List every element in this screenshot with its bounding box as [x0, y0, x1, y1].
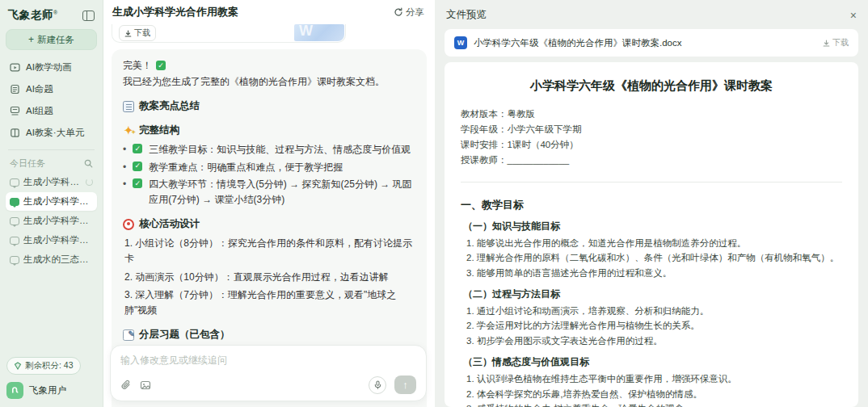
- doc-line: 3. 初步学会用图示或文字表达光合作用的过程。: [461, 334, 842, 348]
- sidebar-item-label: AI命题: [26, 83, 53, 95]
- microphone-icon: [373, 380, 382, 389]
- doc-subheading: （三）情感态度与价值观目标: [461, 355, 842, 369]
- search-icon[interactable]: [84, 159, 93, 168]
- exercise-heading: 分层习题（已包含）: [123, 328, 415, 342]
- download-label: 下载: [134, 27, 150, 39]
- task-label: 生成小学科学光合作用教案: [23, 195, 93, 208]
- layers-icon: [10, 106, 20, 116]
- task-item-active[interactable]: 生成小学科学光合作用教案: [6, 192, 97, 211]
- task-label: 生成水的三态变化教学动画: [23, 254, 93, 266]
- send-arrow-icon: ↑: [402, 379, 408, 391]
- chat-header: 生成小学科学光合作用教案 分享: [103, 0, 435, 24]
- check-icon: ✓: [133, 144, 142, 153]
- task-label: 生成小学科学光合作用…: [23, 176, 82, 188]
- share-button[interactable]: 分享: [394, 6, 424, 19]
- elephant-icon: [10, 385, 20, 396]
- task-item[interactable]: 生成小学科学光合作用…: [6, 173, 97, 191]
- sidebar-item-ai-quiz[interactable]: AI组题: [6, 100, 97, 122]
- sidebar-item-label: AI组题: [26, 105, 53, 117]
- voice-input-button[interactable]: [369, 376, 386, 394]
- download-button[interactable]: 下载: [119, 25, 156, 41]
- gem-icon: [14, 362, 22, 370]
- doc-line: 3. 能够用简单的语言描述光合作用的过程和意义。: [461, 266, 842, 280]
- user-name: 飞象用户: [29, 384, 66, 397]
- doc-line: 2. 理解光合作用的原料（二氧化碳和水）、条件（光和叶绿体）和产物（有机物和氧气…: [461, 250, 842, 265]
- file-name: 小学科学六年级《植物的光合作用》课时教案.docx: [474, 37, 816, 49]
- document-preview[interactable]: 小学科学六年级《植物的光合作用》课时教案 教材版本：粤教版 学段年级：小学六年级…: [445, 62, 858, 407]
- activity-list: 1. 小组讨论（8分钟）：探究光合作用的条件和原料，配有讨论提示卡 2. 动画演…: [123, 236, 415, 317]
- chat-bubble-icon: [10, 217, 19, 225]
- doc-line: 3. 感受植物的生命力,树立尊重生命、珍爱生命的观念。: [461, 401, 842, 407]
- list-item: •✓四大教学环节：情境导入(5分钟) → 探究新知(25分钟) → 巩固应用(7…: [123, 177, 415, 207]
- sidebar-item-ai-question[interactable]: AI命题: [6, 78, 97, 100]
- list-item: 1. 小组讨论（8分钟）：探究光合作用的条件和原料，配有讨论提示卡: [123, 236, 415, 266]
- points-badge[interactable]: 剩余积分: 43: [6, 357, 81, 375]
- send-button[interactable]: ↑: [394, 376, 416, 394]
- task-item[interactable]: 生成小学科学《植物的光…: [6, 212, 97, 230]
- doc-line: 1. 认识到绿色植物在维持生态平衡中的重要作用，增强环保意识。: [461, 371, 842, 386]
- app-logo: 飞象老师®: [8, 8, 58, 23]
- document-thumbnail[interactable]: W: [294, 24, 344, 41]
- file-download-button[interactable]: 下载: [823, 37, 849, 48]
- activity-heading: 核心活动设计: [123, 217, 415, 231]
- sidebar-divider: [8, 149, 95, 150]
- share-icon: [394, 7, 403, 17]
- sidebar-item-ai-lessonplan[interactable]: AI教案·大单元: [6, 122, 97, 144]
- structure-list: •✓三维教学目标：知识与技能、过程与方法、情感态度与价值观 •✓教学重难点：明确…: [123, 142, 415, 207]
- clipboard-icon: [123, 101, 134, 112]
- doc-line: 1. 通过小组讨论和动画演示，培养观察、分析和归纳能力。: [461, 304, 842, 318]
- meta-line: 课时安排：1课时（40分钟）: [461, 137, 842, 153]
- memo-icon: [123, 329, 134, 341]
- doc-section-heading: 一、教学目标: [461, 198, 842, 212]
- attach-file-button[interactable]: [120, 380, 132, 391]
- doc-divider: [461, 182, 842, 183]
- collapse-sidebar-icon[interactable]: [82, 10, 95, 21]
- chat-bubble-icon: [10, 198, 19, 206]
- doc-subheading: （一）知识与技能目标: [461, 220, 842, 233]
- book-icon: [10, 128, 20, 138]
- new-task-label: 新建任务: [37, 34, 74, 46]
- paper-icon: [10, 84, 20, 94]
- insert-image-button[interactable]: [140, 380, 151, 391]
- intro-line: 完美！ ✓ 我已经为您生成了完整的《植物的光合作用》课时教案文档。: [123, 58, 415, 89]
- meta-line: 教材版本：粤教版: [461, 107, 842, 122]
- list-item: •✓三维教学目标：知识与技能、过程与方法、情感态度与价值观: [123, 142, 415, 157]
- points-label: 剩余积分: 43: [25, 360, 74, 371]
- download-icon: [124, 30, 132, 37]
- list-item: 3. 深入理解（7分钟）：理解光合作用的重要意义，观看"地球之肺"视频: [123, 287, 415, 317]
- new-task-button[interactable]: + 新建任务: [6, 29, 97, 50]
- image-icon: [140, 380, 151, 391]
- sidebar-item-label: AI教案·大单元: [26, 127, 84, 139]
- file-bar[interactable]: W 小学科学六年级《植物的光合作用》课时教案.docx 下载: [445, 29, 858, 57]
- target-icon: [123, 219, 134, 230]
- list-item: 2. 动画演示（10分钟）：直观展示光合作用过程，边看边讲解: [123, 270, 415, 285]
- check-icon: ✓: [156, 61, 166, 70]
- sidebar-item-ai-animation[interactable]: AI教学动画: [6, 57, 97, 78]
- sidebar: 飞象老师® + 新建任务 AI教学动画 AI命题 AI组题 AI教案·大单元 今…: [0, 0, 103, 407]
- doc-subheading: （二）过程与方法目标: [461, 287, 842, 301]
- doc-line: 2. 体会科学探究的乐趣,培养热爱自然、保护植物的情感。: [461, 387, 842, 401]
- task-label: 生成小学科学《植物的光…: [23, 215, 93, 227]
- task-label: 生成小学科学《简单电路…: [23, 234, 93, 246]
- preview-title: 文件预览: [446, 8, 487, 22]
- task-item[interactable]: 生成水的三态变化教学动画: [6, 250, 97, 269]
- avatar: [6, 382, 23, 399]
- chat-input[interactable]: [120, 354, 416, 376]
- sparkle-icon: ✦: [123, 125, 134, 136]
- user-account[interactable]: 飞象用户: [6, 382, 97, 399]
- chat-bubble-icon: [10, 178, 19, 187]
- task-item[interactable]: 生成小学科学《简单电路…: [6, 231, 97, 250]
- paperclip-icon: [120, 380, 132, 391]
- chat-panel: 生成小学科学光合作用教案 分享 下载 W 完美！ ✓ 我已经为您生成了: [103, 0, 435, 407]
- summary-heading: 教案亮点总结: [123, 99, 415, 113]
- doc-line: 1. 能够说出光合作用的概念，知道光合作用是植物制造养分的过程。: [461, 236, 842, 250]
- video-icon: [10, 62, 20, 73]
- file-download-label: 下载: [832, 37, 849, 48]
- chat-bubble-icon: [10, 237, 19, 245]
- today-tasks-label: 今日任务: [10, 157, 45, 170]
- document-title: 小学科学六年级《植物的光合作用》课时教案: [461, 78, 842, 94]
- share-label: 分享: [406, 6, 424, 19]
- sidebar-item-label: AI教学动画: [26, 61, 72, 73]
- close-icon[interactable]: ×: [850, 10, 857, 21]
- plus-icon: +: [28, 35, 34, 44]
